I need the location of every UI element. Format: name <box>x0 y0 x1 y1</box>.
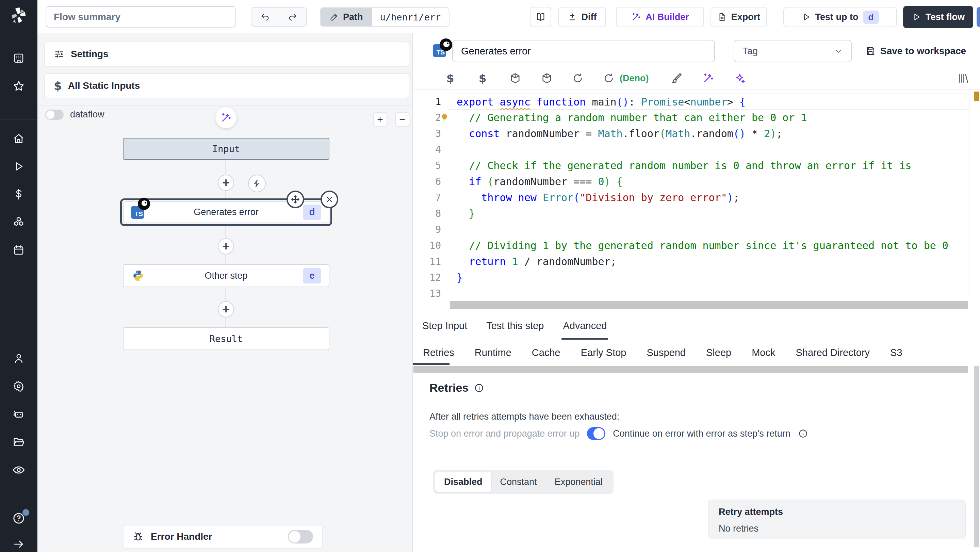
code-line[interactable]: // Generating a random number that can e… <box>449 110 969 126</box>
folders-icon[interactable] <box>0 428 37 456</box>
format-brush-icon[interactable] <box>670 72 682 84</box>
flow-summary-input[interactable]: Flow summary <box>46 6 236 27</box>
deno-runtime-label[interactable]: (Deno) <box>620 73 649 84</box>
help-question-icon[interactable] <box>0 504 37 532</box>
dataflow-toggle[interactable] <box>45 110 64 120</box>
redo-button[interactable] <box>279 8 307 26</box>
subtab-shared-directory[interactable]: Shared Directory <box>785 340 880 365</box>
tab-advanced[interactable]: Advanced <box>553 312 616 340</box>
ai-builder-button[interactable]: AI Builder <box>616 7 704 27</box>
code-line[interactable]: throw new Error("Division by zero error"… <box>449 189 969 205</box>
expand-arrow-icon[interactable] <box>0 530 37 552</box>
diff-button[interactable]: Diff <box>558 7 606 27</box>
error-handler-toggle[interactable] <box>288 530 313 544</box>
ai-sparkles-icon[interactable] <box>733 72 746 84</box>
workers-robot-icon[interactable] <box>0 400 37 428</box>
delete-step-button[interactable] <box>321 191 338 208</box>
library-icon[interactable] <box>957 72 969 84</box>
subtab-s3[interactable]: S3 <box>880 340 912 365</box>
audit-eye-icon[interactable] <box>0 456 37 484</box>
dollar-static-icon[interactable]: $ <box>447 72 454 85</box>
code-line[interactable]: // Dividing 1 by the generated random nu… <box>449 237 969 253</box>
code-line[interactable] <box>449 286 969 302</box>
settings-card[interactable]: Settings <box>44 41 409 67</box>
flow-node-result[interactable]: Result <box>123 327 329 350</box>
undo-button[interactable] <box>251 8 279 26</box>
schedules-calendar-icon[interactable] <box>0 236 37 264</box>
insert-step-button[interactable]: + <box>218 301 234 318</box>
panel-splitter[interactable] <box>412 33 413 552</box>
path-edit-button[interactable]: Path <box>321 8 372 26</box>
subtab-mock[interactable]: Mock <box>741 340 785 365</box>
test-up-to-button[interactable]: Test up to d <box>783 7 897 27</box>
resources-cubes-icon[interactable] <box>0 208 37 236</box>
retry-mode-constant[interactable]: Constant <box>492 472 546 492</box>
lightbulb-quickfix-icon[interactable] <box>439 113 450 123</box>
zoom-out-button[interactable]: − <box>395 112 409 127</box>
save-to-workspace-button[interactable]: Save to workspace <box>865 40 966 62</box>
code-line[interactable]: return 1 / randomNumber; <box>449 253 969 270</box>
runs-play-icon[interactable] <box>0 153 37 180</box>
info-icon[interactable] <box>798 428 808 439</box>
runtime-reload-icon[interactable] <box>603 72 615 84</box>
dollar-icon: $ <box>54 79 62 92</box>
flow-ai-wand-button[interactable] <box>215 107 237 128</box>
code-line[interactable]: const randomNumber = Math.floor(Math.ran… <box>449 126 969 142</box>
continue-on-error-toggle[interactable] <box>587 427 605 440</box>
info-icon[interactable] <box>474 383 484 393</box>
reload-icon[interactable] <box>572 72 584 84</box>
subtab-early-stop[interactable]: Early Stop <box>571 340 637 365</box>
subtabs-scrollbar[interactable] <box>414 366 968 373</box>
static-inputs-card[interactable]: $ All Static Inputs <box>44 73 409 99</box>
test-flow-button[interactable]: Test flow <box>903 6 973 28</box>
code-line[interactable]: if (randomNumber === 0) { <box>449 173 969 189</box>
path-value[interactable]: u/henri/err <box>372 8 449 26</box>
windmill-logo[interactable] <box>8 5 30 27</box>
retry-mode-disabled[interactable]: Disabled <box>435 472 492 492</box>
error-handler-card[interactable]: Error Handler <box>123 525 323 549</box>
subtab-sleep[interactable]: Sleep <box>696 340 741 365</box>
insert-step-button[interactable]: + <box>218 238 234 255</box>
tag-select[interactable]: Tag <box>733 40 852 62</box>
zoom-in-button[interactable]: + <box>373 112 387 127</box>
subtab-retries[interactable]: Retries <box>413 340 465 365</box>
retry-mode-exponential[interactable]: Exponential <box>546 472 611 492</box>
export-button[interactable]: Export <box>711 7 767 27</box>
package-lock-icon[interactable] <box>541 72 553 84</box>
flow-node-input[interactable]: Input <box>123 138 329 160</box>
code-editor[interactable]: 12345678910111213 export async function … <box>413 90 980 312</box>
code-line[interactable]: // Check if the generated random number … <box>449 157 969 173</box>
code-line[interactable]: } <box>449 270 969 286</box>
editor-gutter: 12345678910111213 <box>413 94 449 302</box>
subtab-cache[interactable]: Cache <box>522 340 571 365</box>
subtab-suspend[interactable]: Suspend <box>636 340 696 365</box>
offscreen-button-sliver <box>977 7 980 27</box>
package-icon[interactable] <box>509 72 521 84</box>
dollar-resource-icon[interactable]: $ <box>479 72 486 85</box>
code-line[interactable]: export async function main(): Promise<nu… <box>449 94 969 110</box>
trigger-bolt-button[interactable] <box>248 175 266 192</box>
code-content[interactable]: export async function main(): Promise<nu… <box>449 94 969 302</box>
workspace-building-icon[interactable] <box>0 44 37 72</box>
close-icon <box>325 195 334 204</box>
code-line[interactable]: } <box>449 205 969 221</box>
home-icon[interactable] <box>0 124 37 153</box>
insert-step-button[interactable]: + <box>218 175 234 191</box>
variables-dollar-icon[interactable] <box>0 180 37 208</box>
code-line[interactable] <box>449 142 969 157</box>
flow-node-other-step[interactable]: Other step e <box>123 264 329 287</box>
settings-gear-icon[interactable] <box>0 372 37 400</box>
step-name-input[interactable]: Generates error <box>452 40 715 62</box>
docs-button[interactable] <box>530 7 551 27</box>
ai-wand-icon[interactable] <box>702 72 714 84</box>
tab-step-input[interactable]: Step Input <box>413 312 477 340</box>
move-step-button[interactable] <box>286 191 304 208</box>
code-line[interactable] <box>449 221 969 237</box>
line-number: 11 <box>413 253 449 270</box>
editor-horizontal-scrollbar[interactable] <box>450 301 968 309</box>
user-icon[interactable] <box>0 344 37 372</box>
panel-vertical-scrollbar[interactable] <box>974 366 979 552</box>
subtab-runtime[interactable]: Runtime <box>465 340 522 365</box>
favorites-star-icon[interactable] <box>0 72 37 100</box>
tab-test-this-step[interactable]: Test this step <box>477 312 553 340</box>
